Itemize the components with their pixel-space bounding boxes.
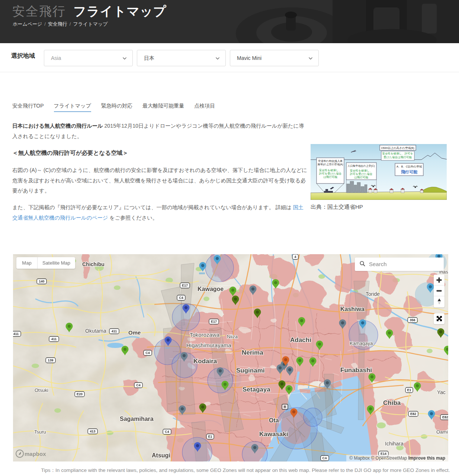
- svg-text:CA: CA: [322, 456, 327, 460]
- svg-text:Kashiwa: Kashiwa: [340, 306, 365, 312]
- svg-text:Chiba: Chiba: [383, 399, 401, 406]
- svg-text:E20: E20: [77, 392, 83, 396]
- svg-text:安全性を確保し、: 安全性を確保し、: [350, 169, 372, 172]
- svg-text:4: 4: [294, 255, 296, 259]
- svg-text:Kodaira: Kodaira: [193, 358, 217, 365]
- svg-text:Ota: Ota: [269, 417, 279, 424]
- svg-text:Adachi: Adachi: [290, 336, 311, 344]
- svg-text:人口集中地区の上空(C): 人口集中地区の上空(C): [348, 164, 375, 167]
- svg-text:Otsuki: Otsuki: [35, 387, 48, 393]
- svg-text:E1: E1: [407, 388, 411, 392]
- svg-text:Okutama: Okutama: [85, 328, 106, 334]
- svg-text:許可を受けた場合: 許可を受けた場合: [319, 172, 342, 175]
- svg-text:Setagaya: Setagaya: [243, 386, 270, 393]
- svg-text:Nerima: Nerima: [242, 349, 263, 356]
- svg-text:140: 140: [39, 279, 44, 283]
- svg-text:Oami: Oami: [436, 429, 448, 435]
- svg-text:139: 139: [48, 358, 53, 362]
- svg-text:飛行可能: 飛行可能: [401, 170, 418, 174]
- svg-text:413: 413: [90, 429, 95, 433]
- svg-text:Ichihara: Ichihara: [385, 441, 404, 447]
- svg-text:E17: E17: [211, 320, 217, 323]
- svg-text:Atsugi: Atsugi: [152, 452, 170, 459]
- svg-text:Kawagoe: Kawagoe: [198, 286, 224, 292]
- svg-text:安全性を確保し、許可を: 安全性を確保し、許可を: [382, 152, 413, 155]
- svg-text:E1: E1: [208, 435, 212, 438]
- svg-text:安全性を確保し、: 安全性を確保し、: [319, 169, 341, 172]
- svg-text:C4: C4: [136, 383, 141, 387]
- svg-text:C4: C4: [179, 296, 183, 300]
- svg-text:面等)の上空の空域(A): 面等)の上空の空域(A): [317, 163, 343, 166]
- svg-text:Kawasaki: Kawasaki: [259, 431, 288, 438]
- svg-text:空港等の周辺(進入表: 空港等の周辺(進入表: [318, 160, 343, 163]
- svg-text:許可を受けた場合: 許可を受けた場合: [350, 172, 373, 176]
- svg-text:411: 411: [112, 329, 117, 333]
- svg-text:Funabashi: Funabashi: [340, 367, 372, 374]
- svg-text:C4: C4: [145, 351, 150, 355]
- svg-text:E17: E17: [182, 284, 188, 287]
- svg-text:は飛行可能: は飛行可能: [354, 176, 368, 179]
- svg-text:Tokorozawa: Tokorozawa: [190, 332, 220, 338]
- svg-text:Suginami: Suginami: [236, 367, 265, 374]
- svg-text:411: 411: [13, 332, 19, 336]
- svg-text:150m以上の高さの空域(B): 150m以上の高さの空域(B): [381, 146, 414, 150]
- svg-text:Higashimurayama: Higashimurayama: [186, 342, 232, 348]
- svg-text:Tsuru: Tsuru: [34, 429, 46, 435]
- svg-text:E82: E82: [410, 412, 416, 416]
- svg-text:Toride: Toride: [366, 291, 380, 297]
- svg-text:Chichibu: Chichibu: [82, 261, 105, 267]
- svg-text:は飛行可能: は飛行可能: [323, 175, 337, 179]
- svg-text:受けた場合は飛行可能: 受けた場合は飛行可能: [383, 156, 412, 159]
- svg-text:Ome: Ome: [128, 329, 141, 336]
- svg-text:Yac: Yac: [437, 389, 446, 395]
- svg-text:Kamagaya: Kamagaya: [350, 341, 373, 346]
- svg-text:C4: C4: [165, 430, 169, 434]
- svg-text:B: B: [284, 405, 286, 409]
- svg-text:Niiza: Niiza: [227, 334, 238, 339]
- svg-text:A、B、C以外の空域: A、B、C以外の空域: [397, 165, 422, 168]
- svg-text:mapbox: mapbox: [25, 451, 46, 457]
- svg-text:356: 356: [410, 318, 415, 322]
- svg-text:Sagamihara: Sagamihara: [120, 416, 154, 422]
- svg-text:E82: E82: [442, 415, 448, 419]
- svg-text:411: 411: [51, 337, 57, 341]
